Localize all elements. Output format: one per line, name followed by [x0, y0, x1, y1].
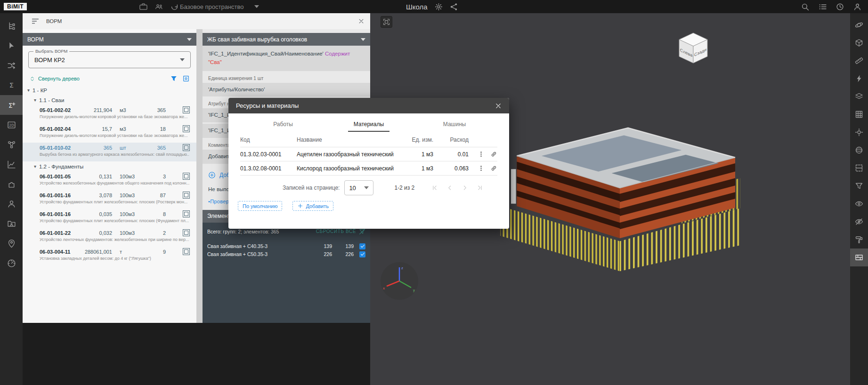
select-elements-icon[interactable]	[183, 192, 190, 199]
select-elements-icon[interactable]	[183, 125, 190, 132]
history-icon[interactable]	[836, 3, 844, 11]
search-icon[interactable]	[801, 3, 809, 11]
sum-add-icon[interactable]: Σ	[0, 95, 23, 115]
next-page-icon[interactable]	[462, 184, 468, 191]
plugin-icon[interactable]	[0, 174, 23, 194]
material-row[interactable]: 01.3.02.03-0001Ацетилен газообразный тех…	[240, 147, 497, 161]
fit-view-button[interactable]	[381, 16, 392, 28]
sphere-icon[interactable]	[850, 141, 868, 159]
close-modal-button[interactable]	[495, 103, 502, 109]
gauge-icon[interactable]	[0, 253, 23, 273]
link-icon[interactable]	[490, 151, 497, 158]
user-icon[interactable]	[853, 3, 861, 11]
caret-down-icon[interactable]: ▾	[34, 164, 36, 169]
page-size-select[interactable]: 10	[344, 180, 373, 195]
briefcase-icon[interactable]	[139, 3, 147, 11]
last-page-icon[interactable]	[477, 184, 483, 191]
tree-row[interactable]: 05-01-002-0415,7м318Погружение дизель-мо…	[23, 124, 196, 143]
link-icon[interactable]	[490, 165, 497, 172]
share-icon[interactable]	[450, 3, 458, 11]
sync-icon[interactable]	[170, 3, 178, 11]
select-elements-icon[interactable]	[183, 248, 190, 255]
person-icon[interactable]	[0, 194, 23, 214]
chart-line-icon[interactable]	[0, 154, 23, 174]
structure-tree-icon[interactable]	[0, 16, 23, 36]
tree-row[interactable]: 05-01-002-02211,904м3365Погружение дизел…	[23, 105, 196, 124]
orientation-gizmo[interactable]: z x y	[380, 261, 419, 301]
caret-down-icon[interactable]: ▾	[27, 88, 30, 93]
orbit-icon[interactable]	[850, 16, 868, 34]
layers-icon[interactable]	[850, 88, 868, 105]
caret-down-icon[interactable]: ▾	[34, 97, 36, 103]
tab-mashiny[interactable]: Машины	[412, 117, 497, 132]
eye-icon[interactable]	[850, 195, 868, 213]
bimit-logo[interactable]: BiMiT	[4, 3, 27, 10]
tree-row[interactable]: 06-03-004-11288061,001т9Установка заклад…	[23, 247, 196, 265]
tab-materialy[interactable]: Материалы	[326, 117, 412, 132]
element-group-checkbox[interactable]	[359, 243, 365, 249]
person-pin-icon[interactable]	[0, 233, 23, 253]
tree-group[interactable]: ▾1 - КР	[23, 85, 196, 95]
svg-text:Σ: Σ	[9, 81, 13, 89]
unit-attribute-field[interactable]: 'Атрибуты/Количество'	[203, 83, 370, 97]
row-menu-icon[interactable]	[478, 151, 485, 158]
connections-icon[interactable]	[0, 56, 23, 75]
work-detail-header[interactable]: ЖБ свая забивная вырубка оголовков	[203, 33, 370, 46]
tree-row[interactable]: 06-01-001-220,032100м32Устройство ленточ…	[23, 228, 196, 247]
tree-row[interactable]: 06-01-001-050,131100м33Устройство железо…	[23, 171, 196, 190]
tree-group[interactable]: ▾1.1 - Сваи	[23, 95, 196, 105]
select-elements-icon[interactable]	[183, 229, 190, 236]
graph-nodes-icon[interactable]	[0, 135, 23, 154]
element-group-checkbox[interactable]	[359, 251, 365, 257]
select-elements-icon[interactable]	[183, 173, 190, 180]
tree-row[interactable]: 06-01-001-163,078100м387Устройство фунда…	[23, 190, 196, 209]
section-box-icon[interactable]	[850, 34, 868, 52]
ruler-icon[interactable]	[850, 52, 868, 70]
clash-icon[interactable]	[850, 70, 868, 88]
vorm-panel-header[interactable]: ВОРМ	[23, 33, 196, 46]
close-panel-button[interactable]	[358, 18, 365, 24]
collapse-tree-button[interactable]: Свернуть дерево	[29, 76, 80, 82]
default-button[interactable]: По умолчанию	[238, 201, 282, 211]
tree-row[interactable]: 06-01-001-160,035100м38Устройство фундам…	[23, 209, 196, 228]
grid-icon[interactable]	[850, 105, 868, 123]
select-elements-icon[interactable]	[183, 106, 190, 113]
add-material-button[interactable]: Добавить	[292, 201, 333, 211]
reset-all-button[interactable]: СБРОСИТЬ ВСЁ	[316, 228, 365, 235]
view-2d-icon[interactable]: 2D	[0, 115, 23, 135]
paint-roller-icon[interactable]	[850, 231, 868, 249]
row-menu-icon[interactable]	[478, 165, 485, 172]
prev-page-icon[interactable]	[446, 184, 453, 191]
filter-funnel-icon[interactable]	[850, 177, 868, 195]
list-icon[interactable]	[819, 3, 827, 11]
frame-select-icon[interactable]	[182, 75, 190, 82]
select-elements-icon[interactable]	[183, 144, 190, 151]
shared-folder-icon[interactable]	[0, 214, 23, 233]
3d-building-model[interactable]	[488, 105, 752, 274]
select-cursor-icon[interactable]	[0, 36, 23, 56]
condition-expression[interactable]: 'IFC_1_Идентификация_Свай/Наименование' …	[203, 46, 370, 71]
chevron-down-icon[interactable]	[361, 38, 365, 41]
focus-icon[interactable]	[850, 123, 868, 141]
element-group-row[interactable]: Свая забивная + С50.35-3226226	[203, 250, 370, 258]
filter-icon[interactable]	[170, 75, 178, 82]
chevron-down-icon[interactable]	[187, 38, 192, 41]
panel-menu-icon[interactable]	[31, 17, 40, 25]
tree-group[interactable]: ▾1.2 - Фундаменты	[23, 161, 196, 171]
walls-icon[interactable]	[850, 249, 868, 266]
section-plane-icon[interactable]	[850, 159, 868, 177]
eye-off-icon[interactable]	[850, 213, 868, 231]
workspace-selector[interactable]: Базовое пространство	[180, 3, 259, 10]
team-icon[interactable]	[155, 3, 163, 11]
element-group-row[interactable]: Свая забивная + С40.35-3139139	[203, 242, 370, 250]
settings-gear-icon[interactable]	[435, 3, 443, 11]
tab-raboty[interactable]: Работы	[240, 117, 326, 132]
select-elements-icon[interactable]	[183, 210, 190, 217]
material-row[interactable]: 01.3.02.08-0001Кислород газообразный тех…	[240, 161, 497, 175]
work-unit: 100м3	[120, 174, 144, 179]
first-page-icon[interactable]	[431, 184, 438, 191]
navigation-cube[interactable]: Слева Сзади	[674, 28, 712, 66]
tree-row[interactable]: 05-01-010-02365шт365Вырубка бетона из ар…	[23, 143, 196, 161]
sum-icon[interactable]: Σ	[0, 75, 23, 95]
vorm-select[interactable]: Выбрать ВОРМ ВОРМ КР2	[28, 51, 191, 68]
